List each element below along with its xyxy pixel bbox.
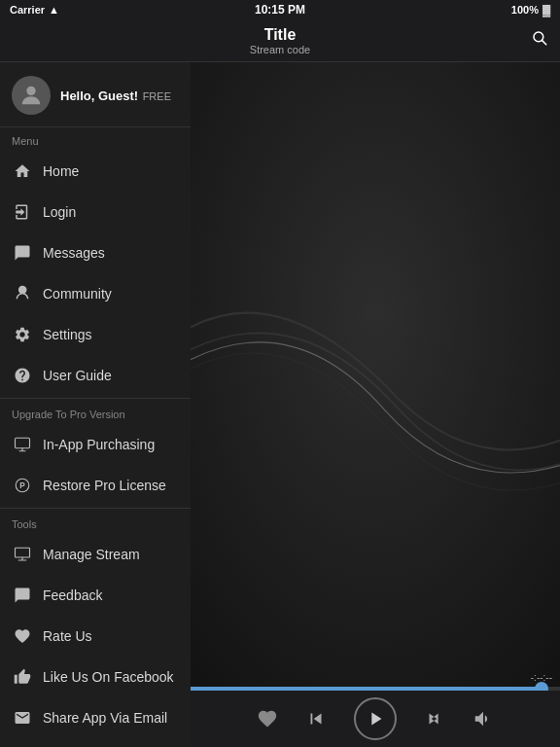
rate-us-label: Rate Us (43, 628, 92, 644)
sidebar-item-feedback[interactable]: Feedback (0, 575, 191, 616)
user-greeting: Hello, Guest! (60, 89, 138, 103)
messages-label: Messages (43, 245, 105, 261)
status-left: Carrier ▲ (10, 4, 59, 16)
svg-rect-3 (16, 438, 30, 448)
like-facebook-icon (12, 666, 33, 688)
sidebar-item-in-app-purchasing[interactable]: In-App Purchasing (0, 424, 191, 465)
sidebar-item-share-email[interactable]: Share App Via Email (0, 697, 191, 738)
divider-2 (0, 508, 191, 509)
community-icon (12, 283, 33, 304)
user-guide-icon (12, 365, 33, 386)
section-label-menu: Menu (0, 127, 191, 151)
header-title-main: Title (250, 26, 310, 44)
sidebar-item-rate-us[interactable]: Rate Us (0, 616, 191, 657)
battery-label: 100% (511, 4, 539, 16)
rate-us-icon (12, 625, 33, 647)
header-title: Title Stream code (250, 26, 310, 55)
svg-line-1 (542, 41, 546, 45)
play-button[interactable] (354, 697, 397, 740)
volume-button[interactable] (472, 708, 494, 729)
prev-button[interactable] (305, 708, 327, 729)
sidebar: Hello, Guest! FREE Menu Home Login Messa… (0, 62, 191, 747)
video-area: -:--:-- (191, 62, 560, 747)
battery-icon: ▓ (542, 4, 550, 16)
main-area: Hello, Guest! FREE Menu Home Login Messa… (0, 62, 560, 747)
header-bar: Title Stream code (0, 19, 560, 62)
sidebar-item-restore-pro[interactable]: P Restore Pro License (0, 465, 191, 506)
feedback-icon (12, 585, 33, 606)
messages-icon (12, 242, 33, 264)
section-label-tools: Tools (0, 511, 191, 534)
sidebar-item-community[interactable]: Community (0, 273, 191, 314)
sidebar-item-share-facebook[interactable]: f Share App On Facebook (0, 738, 191, 747)
carrier-label: Carrier (10, 4, 45, 16)
login-icon (12, 201, 33, 223)
status-time: 10:15 PM (255, 3, 305, 17)
sidebar-item-login[interactable]: Login (0, 192, 191, 232)
share-email-label: Share App Via Email (43, 710, 167, 726)
share-email-icon (12, 707, 33, 729)
status-right: 100% ▓ (511, 4, 550, 16)
search-button[interactable] (531, 29, 548, 52)
svg-text:P: P (19, 481, 25, 490)
settings-icon (12, 324, 33, 345)
sidebar-item-like-facebook[interactable]: Like Us On Facebook (0, 657, 191, 697)
in-app-purchasing-icon (12, 434, 33, 455)
sidebar-item-user-guide[interactable]: User Guide (0, 355, 191, 396)
community-label: Community (43, 286, 112, 302)
manage-stream-icon (12, 544, 33, 565)
avatar (12, 76, 51, 115)
restore-pro-icon: P (12, 475, 33, 496)
divider-1 (0, 398, 191, 399)
login-label: Login (43, 204, 76, 220)
settings-label: Settings (43, 327, 92, 342)
avatar-area: Hello, Guest! FREE (0, 62, 191, 127)
user-info: Hello, Guest! FREE (60, 87, 171, 104)
svg-rect-6 (16, 548, 30, 557)
feedback-label: Feedback (43, 587, 102, 603)
sidebar-item-manage-stream[interactable]: Manage Stream (0, 534, 191, 575)
heart-button[interactable] (257, 708, 278, 729)
user-tier: FREE (143, 90, 171, 102)
home-icon (12, 160, 33, 182)
sidebar-item-home[interactable]: Home (0, 151, 191, 192)
section-label-upgrade: Upgrade To Pro Version (0, 401, 191, 424)
in-app-purchasing-label: In-App Purchasing (43, 437, 155, 452)
svg-point-2 (26, 87, 35, 95)
restore-pro-label: Restore Pro License (43, 478, 166, 493)
video-background (191, 62, 560, 689)
status-bar: Carrier ▲ 10:15 PM 100% ▓ (0, 0, 560, 19)
controls-bar (191, 691, 560, 747)
wifi-icon: ▲ (49, 4, 59, 16)
header-subtitle: Stream code (250, 44, 310, 55)
manage-stream-label: Manage Stream (43, 547, 140, 562)
home-label: Home (43, 163, 79, 179)
sidebar-item-messages[interactable]: Messages (0, 232, 191, 273)
user-guide-label: User Guide (43, 368, 112, 383)
like-facebook-label: Like Us On Facebook (43, 669, 174, 685)
next-button[interactable] (424, 708, 445, 729)
sidebar-item-settings[interactable]: Settings (0, 314, 191, 355)
